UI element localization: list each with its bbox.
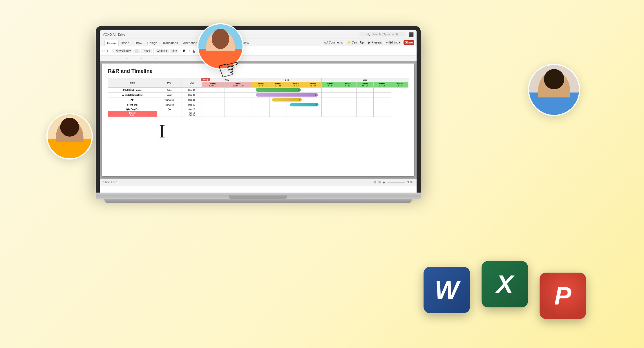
month-header-row: Role PIC ETA Nov Dec Jan (108, 78, 408, 82)
bold-btn[interactable]: B (182, 49, 187, 52)
tab-home[interactable]: Home (104, 40, 119, 46)
excel-letter: X (496, 269, 513, 299)
table-row: AI Model Generat ing Uday Dec 20 (108, 93, 408, 97)
view-normal-icon[interactable]: ⊞ (374, 181, 376, 184)
search-bar[interactable]: 🔍 Search (Option + Q) (359, 32, 405, 37)
undo-btn[interactable]: ↩ (102, 49, 104, 52)
comments-btn[interactable]: 💬 Comments (323, 40, 344, 45)
window-controls: ⬛ (409, 32, 414, 37)
view-present-icon[interactable]: ▶ (383, 181, 385, 184)
app-name: YOXO AI (103, 33, 116, 36)
drive-label: Drive (118, 33, 126, 36)
table-row: UI/UX Origin Image Sejin Dec 15 (108, 88, 408, 93)
table-row: QA/ Bug Fix QA Jan 12 (108, 107, 408, 111)
titlebar: YOXO AI Drive 🔍 Search (Option + Q) ⬛ (100, 30, 417, 39)
week-9: Week315 - 19 (356, 82, 374, 88)
new-slide-btn[interactable]: + New Slide ▾ (112, 49, 132, 53)
ruler: -5 -4 -3 -2 -1 0 1 2 3 4 5 (100, 56, 417, 61)
powerpoint-icon[interactable]: P (540, 273, 586, 319)
week-11: Week529 - 2 (391, 82, 408, 88)
slide-canvas-wrapper[interactable]: R&R and Timeline Today Role PIC E (100, 61, 417, 179)
slide-area: R&R and Timeline Today Role PIC E (100, 61, 417, 179)
font-size[interactable]: 18 ▾ (170, 49, 178, 53)
week-3: Week16 - 8 (252, 82, 269, 88)
underline-btn[interactable]: U (192, 49, 196, 52)
avatar-right (528, 64, 580, 116)
ribbon: Home Insert Draw Design Transitions Anim… (100, 39, 417, 56)
week-4: Week211 - 15 (269, 82, 287, 88)
laptop: YOXO AI Drive 🔍 Search (Option + Q) ⬛ Ho… (96, 26, 421, 203)
slide-count: Slide 1 of 1 (103, 181, 118, 184)
word-icon-inner: W (424, 267, 470, 313)
week-10: Week422 - 26 (374, 82, 391, 88)
zoom-level: 90% (407, 181, 413, 184)
ppt-icon-inner: P (540, 273, 586, 319)
toolbar: ↩ ↪ + New Slide ▾ ⬜ Reset Calibri ▾ 18 ▾… (100, 46, 417, 56)
week-8: Week28 - 12 (339, 82, 356, 88)
week-5: Week318 - 22 (287, 82, 304, 88)
table-row: Front-end Taehyeon Dec 22 (108, 102, 408, 107)
excel-icon[interactable]: X (482, 261, 528, 307)
today-marker: Today (201, 78, 210, 81)
status-bar: Slide 1 of 1 ⊞ ⊟ ▶ 90% (100, 179, 417, 186)
header-jan: Jan (321, 78, 408, 82)
laptop-foot (104, 199, 412, 203)
header-eta: ETA (182, 78, 202, 88)
layout-btn[interactable]: ⬜ (133, 49, 140, 53)
ppt-letter: P (554, 281, 571, 311)
avatar-left (46, 113, 93, 160)
table-row: API Taehyeon Dec 15 (108, 97, 408, 102)
status-right: ⊞ ⊟ ▶ 90% (374, 181, 413, 184)
ribbon-buttons: 💬 Comments ⚡ Catch Up ▶ Present ✏ Editin… (323, 40, 414, 45)
redo-btn[interactable]: ↪ (106, 49, 108, 52)
word-icon[interactable]: W (424, 267, 470, 313)
view-grid-icon[interactable]: ⊟ (378, 181, 381, 184)
tab-transitions[interactable]: Transitions (160, 40, 180, 46)
tab-design[interactable]: Design (145, 40, 160, 46)
italic-btn[interactable]: I (188, 49, 191, 52)
text-cursor-ibeam: I (159, 122, 165, 141)
minimize-icon[interactable]: ⬛ (409, 32, 414, 37)
header-dec: Dec (252, 78, 321, 82)
app-icons: W X P (424, 261, 586, 310)
search-placeholder: Search (Option + Q) (372, 33, 398, 36)
zoom-slider[interactable] (388, 182, 405, 183)
tab-draw[interactable]: Draw (132, 40, 144, 46)
font-selector[interactable]: Calibri ▾ (155, 49, 169, 53)
search-icon: 🔍 (366, 33, 370, 36)
table-row: Demo/Live Jan 15Jan 31 (108, 111, 408, 117)
editing-btn[interactable]: ✏ Editing ▾ (385, 40, 402, 45)
screen-content: YOXO AI Drive 🔍 Search (Option + Q) ⬛ Ho… (100, 30, 417, 193)
catchup-btn[interactable]: ⚡ Catch Up (346, 40, 365, 45)
week-6: Week425 - 29 (304, 82, 322, 88)
word-letter: W (435, 275, 459, 305)
excel-icon-inner: X (482, 261, 528, 307)
tab-insert[interactable]: Insert (119, 40, 132, 46)
present-btn[interactable]: ▶ Present (367, 40, 383, 45)
slide: R&R and Timeline Today Role PIC E (102, 64, 414, 176)
header-role: Role (108, 78, 157, 88)
slide-title: R&R and Timeline (108, 68, 408, 74)
share-btn[interactable]: Share (404, 40, 414, 45)
reset-btn[interactable]: Reset (141, 49, 151, 53)
header-pic: PIC (157, 78, 182, 88)
week-7: Week15 - 5 (321, 82, 339, 88)
gantt-table: Role PIC ETA Nov Dec Jan Week110/30 - 24 (108, 78, 408, 117)
laptop-screen: YOXO AI Drive 🔍 Search (Option + Q) ⬛ Ho… (96, 26, 421, 193)
laptop-base (96, 193, 421, 199)
